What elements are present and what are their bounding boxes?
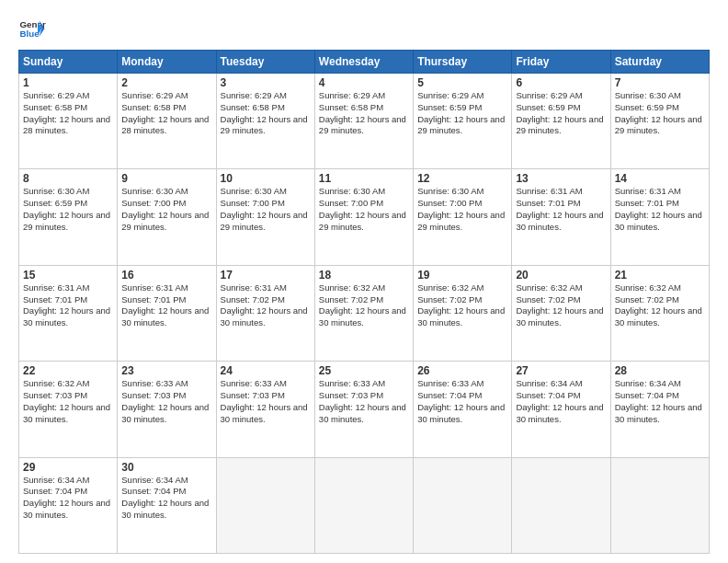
day-info: Sunrise: 6:33 AMSunset: 7:04 PMDaylight:…: [417, 378, 507, 425]
calendar-cell: 4Sunrise: 6:29 AMSunset: 6:58 PMDaylight…: [314, 74, 413, 169]
calendar-cell: 27Sunrise: 6:34 AMSunset: 7:04 PMDayligh…: [512, 362, 610, 457]
calendar-cell: 14Sunrise: 6:31 AMSunset: 7:01 PMDayligh…: [610, 169, 709, 265]
day-number: 3: [221, 76, 311, 89]
calendar-cell: 6Sunrise: 6:29 AMSunset: 6:59 PMDaylight…: [512, 74, 610, 169]
day-info: Sunrise: 6:31 AMSunset: 7:01 PMDaylight:…: [615, 186, 705, 233]
calendar-cell: 21Sunrise: 6:32 AMSunset: 7:02 PMDayligh…: [610, 265, 709, 361]
calendar-cell: 1Sunrise: 6:29 AMSunset: 6:58 PMDaylight…: [19, 74, 118, 169]
calendar-cell: 18Sunrise: 6:32 AMSunset: 7:02 PMDayligh…: [314, 265, 413, 361]
day-info: Sunrise: 6:34 AMSunset: 7:04 PMDaylight:…: [615, 378, 705, 425]
day-number: 22: [23, 364, 113, 377]
day-info: Sunrise: 6:34 AMSunset: 7:04 PMDaylight:…: [516, 378, 606, 425]
day-info: Sunrise: 6:30 AMSunset: 6:59 PMDaylight:…: [615, 90, 705, 137]
calendar-cell: 9Sunrise: 6:30 AMSunset: 7:00 PMDaylight…: [118, 169, 216, 265]
calendar-body: 1Sunrise: 6:29 AMSunset: 6:58 PMDaylight…: [19, 74, 710, 554]
day-info: Sunrise: 6:31 AMSunset: 7:01 PMDaylight:…: [23, 282, 113, 329]
calendar-cell: 26Sunrise: 6:33 AMSunset: 7:04 PMDayligh…: [414, 362, 512, 457]
weekday-thursday: Thursday: [414, 51, 512, 74]
day-number: 11: [319, 172, 409, 185]
day-info: Sunrise: 6:32 AMSunset: 7:02 PMDaylight:…: [516, 282, 606, 329]
day-number: 30: [121, 461, 211, 474]
day-number: 14: [615, 172, 705, 185]
day-number: 19: [417, 269, 507, 282]
calendar-cell: [314, 457, 413, 553]
calendar-cell: 29Sunrise: 6:34 AMSunset: 7:04 PMDayligh…: [19, 457, 118, 553]
day-info: Sunrise: 6:34 AMSunset: 7:04 PMDaylight:…: [23, 475, 113, 522]
calendar-header: SundayMondayTuesdayWednesdayThursdayFrid…: [19, 51, 710, 74]
day-info: Sunrise: 6:32 AMSunset: 7:02 PMDaylight:…: [417, 282, 507, 329]
day-info: Sunrise: 6:30 AMSunset: 7:00 PMDaylight:…: [221, 186, 311, 233]
logo: General Blue: [18, 15, 46, 42]
day-number: 26: [417, 364, 507, 377]
header: General Blue: [18, 15, 710, 42]
calendar-table: SundayMondayTuesdayWednesdayThursdayFrid…: [18, 50, 710, 554]
calendar-cell: 17Sunrise: 6:31 AMSunset: 7:02 PMDayligh…: [216, 265, 314, 361]
weekday-friday: Friday: [512, 51, 610, 74]
day-info: Sunrise: 6:31 AMSunset: 7:01 PMDaylight:…: [516, 186, 606, 233]
calendar-cell: [512, 457, 610, 553]
calendar-cell: 23Sunrise: 6:33 AMSunset: 7:03 PMDayligh…: [118, 362, 216, 457]
day-info: Sunrise: 6:30 AMSunset: 7:00 PMDaylight:…: [121, 186, 211, 233]
day-number: 15: [23, 269, 113, 282]
calendar-cell: 3Sunrise: 6:29 AMSunset: 6:58 PMDaylight…: [216, 74, 314, 169]
week-row-2: 15Sunrise: 6:31 AMSunset: 7:01 PMDayligh…: [19, 265, 710, 361]
day-number: 29: [23, 461, 113, 474]
calendar-cell: 19Sunrise: 6:32 AMSunset: 7:02 PMDayligh…: [414, 265, 512, 361]
day-number: 18: [319, 269, 409, 282]
week-row-4: 29Sunrise: 6:34 AMSunset: 7:04 PMDayligh…: [19, 457, 710, 553]
day-number: 5: [417, 76, 507, 89]
calendar-cell: 25Sunrise: 6:33 AMSunset: 7:03 PMDayligh…: [314, 362, 413, 457]
day-number: 4: [319, 76, 409, 89]
day-info: Sunrise: 6:34 AMSunset: 7:04 PMDaylight:…: [121, 475, 211, 522]
day-number: 20: [516, 269, 606, 282]
calendar-cell: 2Sunrise: 6:29 AMSunset: 6:58 PMDaylight…: [118, 74, 216, 169]
calendar-cell: 12Sunrise: 6:30 AMSunset: 7:00 PMDayligh…: [414, 169, 512, 265]
calendar-cell: 28Sunrise: 6:34 AMSunset: 7:04 PMDayligh…: [610, 362, 709, 457]
day-info: Sunrise: 6:33 AMSunset: 7:03 PMDaylight:…: [121, 378, 211, 425]
day-info: Sunrise: 6:32 AMSunset: 7:02 PMDaylight:…: [615, 282, 705, 329]
day-info: Sunrise: 6:31 AMSunset: 7:02 PMDaylight:…: [221, 282, 311, 329]
day-number: 2: [121, 76, 211, 89]
calendar-cell: 30Sunrise: 6:34 AMSunset: 7:04 PMDayligh…: [118, 457, 216, 553]
calendar-cell: 22Sunrise: 6:32 AMSunset: 7:03 PMDayligh…: [19, 362, 118, 457]
day-info: Sunrise: 6:29 AMSunset: 6:59 PMDaylight:…: [417, 90, 507, 137]
calendar-cell: 20Sunrise: 6:32 AMSunset: 7:02 PMDayligh…: [512, 265, 610, 361]
day-info: Sunrise: 6:30 AMSunset: 7:00 PMDaylight:…: [319, 186, 409, 233]
day-number: 16: [121, 269, 211, 282]
day-info: Sunrise: 6:33 AMSunset: 7:03 PMDaylight:…: [319, 378, 409, 425]
calendar-cell: 15Sunrise: 6:31 AMSunset: 7:01 PMDayligh…: [19, 265, 118, 361]
calendar-cell: [414, 457, 512, 553]
day-info: Sunrise: 6:29 AMSunset: 6:58 PMDaylight:…: [319, 90, 409, 137]
weekday-wednesday: Wednesday: [314, 51, 413, 74]
calendar-cell: 16Sunrise: 6:31 AMSunset: 7:01 PMDayligh…: [118, 265, 216, 361]
week-row-3: 22Sunrise: 6:32 AMSunset: 7:03 PMDayligh…: [19, 362, 710, 457]
day-info: Sunrise: 6:29 AMSunset: 6:59 PMDaylight:…: [516, 90, 606, 137]
page: General Blue SundayMondayTuesdayWednesda…: [0, 0, 728, 563]
weekday-tuesday: Tuesday: [216, 51, 314, 74]
day-info: Sunrise: 6:29 AMSunset: 6:58 PMDaylight:…: [121, 90, 211, 137]
weekday-sunday: Sunday: [19, 51, 118, 74]
weekday-header-row: SundayMondayTuesdayWednesdayThursdayFrid…: [19, 51, 710, 74]
calendar-cell: [610, 457, 709, 553]
day-info: Sunrise: 6:29 AMSunset: 6:58 PMDaylight:…: [221, 90, 311, 137]
day-number: 21: [615, 269, 705, 282]
calendar-cell: 7Sunrise: 6:30 AMSunset: 6:59 PMDaylight…: [610, 74, 709, 169]
calendar-cell: 5Sunrise: 6:29 AMSunset: 6:59 PMDaylight…: [414, 74, 512, 169]
day-number: 28: [615, 364, 705, 377]
day-number: 27: [516, 364, 606, 377]
week-row-0: 1Sunrise: 6:29 AMSunset: 6:58 PMDaylight…: [19, 74, 710, 169]
calendar-cell: 10Sunrise: 6:30 AMSunset: 7:00 PMDayligh…: [216, 169, 314, 265]
day-number: 12: [417, 172, 507, 185]
day-number: 13: [516, 172, 606, 185]
calendar-cell: 24Sunrise: 6:33 AMSunset: 7:03 PMDayligh…: [216, 362, 314, 457]
day-info: Sunrise: 6:32 AMSunset: 7:02 PMDaylight:…: [319, 282, 409, 329]
day-number: 25: [319, 364, 409, 377]
day-number: 23: [121, 364, 211, 377]
week-row-1: 8Sunrise: 6:30 AMSunset: 6:59 PMDaylight…: [19, 169, 710, 265]
day-info: Sunrise: 6:33 AMSunset: 7:03 PMDaylight:…: [221, 378, 311, 425]
day-number: 6: [516, 76, 606, 89]
day-info: Sunrise: 6:31 AMSunset: 7:01 PMDaylight:…: [121, 282, 211, 329]
logo-icon: General Blue: [18, 15, 46, 42]
day-number: 24: [221, 364, 311, 377]
day-number: 9: [121, 172, 211, 185]
